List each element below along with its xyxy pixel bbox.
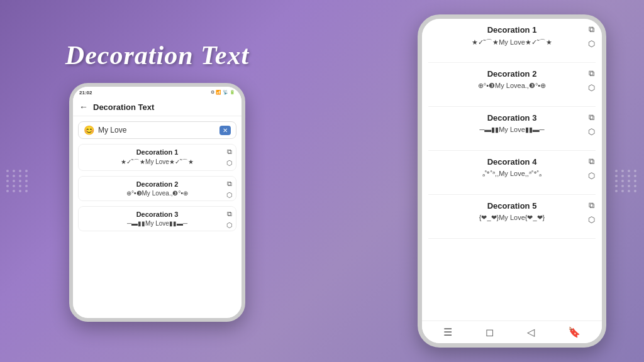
back-button[interactable]: ← [79,102,88,112]
status-time: 21:02 [79,90,92,96]
home-nav-button[interactable]: ◻ [486,326,494,338]
left-section: Decoration Text 21:02 ⚙ 📶 📡 🔋 ← Decorati… [25,40,289,322]
item-title: Decoration 2 [428,69,596,79]
list-item: Decoration 2 ⊕°•❸My Lovea.,❸°•⊕ ⧉ ⬡ [428,63,596,107]
list-item: Decoration 1 ★✓˜⌒★My Love★✓˜⌒★ ⧉ ⬡ [78,144,236,171]
copy-button[interactable]: ⧉ [226,209,233,219]
share-button[interactable]: ⬡ [226,190,233,200]
item-actions: ⧉ ⬡ [587,24,596,49]
list-item: Decoration 3 ─▬▮▮My Love▮▮▬─ ⧉ ⬡ [78,206,236,231]
left-phone-mockup: 21:02 ⚙ 📶 📡 🔋 ← Decoration Text 😊 My Lov… [69,83,245,322]
item-actions: ⧉ ⬡ [587,68,596,93]
item-actions: ⧉ ⬡ [587,200,596,225]
list-item: Decoration 5 {❤_❤}My Love{❤_❤} ⧉ ⬡ [428,195,596,239]
status-icons: ⚙ 📶 📡 🔋 [211,90,235,95]
item-text: ⊕°•❸My Lovea.,❸°•⊕ [84,190,231,197]
menu-nav-button[interactable]: ☰ [443,326,452,338]
share-button[interactable]: ⬡ [587,126,596,137]
item-title: Decoration 2 [84,180,231,188]
share-button[interactable]: ⬡ [587,170,596,181]
item-actions: ⧉ ⬡ [587,156,596,181]
item-text: {❤_❤}My Love{❤_❤} [428,214,596,222]
emoji-icon: 😊 [84,125,94,135]
item-actions: ⧉ ⬡ [587,112,596,137]
clear-button[interactable]: ✕ [219,126,231,135]
item-text: ⊕°•❸My Lovea.,❸°•⊕ [428,82,596,90]
share-button[interactable]: ⬡ [587,38,596,49]
item-title: Decoration 3 [84,211,231,218]
decorative-dots-left [6,170,29,192]
item-title: Decoration 5 [428,201,596,211]
copy-button[interactable]: ⧉ [587,200,596,211]
share-button[interactable]: ⬡ [226,158,233,168]
item-title: Decoration 1 [84,148,231,156]
app-header: ← Decoration Text [73,98,242,116]
navigation-bar: ☰ ◻ ◁ 🔖 [422,321,602,343]
decoration-list: Decoration 1 ★✓˜⌒★My Love★✓˜⌒★ ⧉ ⬡ Decor… [73,144,242,318]
copy-button[interactable]: ⧉ [226,147,233,156]
item-title: Decoration 1 [428,25,596,35]
list-item: Decoration 3 ─▬▮▮My Love▮▮▬─ ⧉ ⬡ [428,107,596,151]
item-text: ★✓˜⌒★My Love★✓˜⌒★ [84,158,231,167]
copy-button[interactable]: ⧉ [226,179,233,189]
status-bar: 21:02 ⚙ 📶 📡 🔋 [73,87,242,98]
item-text: ★✓˜⌒★My Love★✓˜⌒★ [428,38,596,47]
share-button[interactable]: ⬡ [587,82,596,93]
item-text: ─▬▮▮My Love▮▮▬─ [428,126,596,134]
list-item: Decoration 1 ★✓˜⌒★My Love★✓˜⌒★ ⧉ ⬡ [428,19,596,63]
list-item: Decoration 4 ₐ˚ᵒ˚ᵃ,,My Love,,ᵃ˚ᵒ˚ₐ ⧉ ⬡ [428,151,596,195]
share-button[interactable]: ⬡ [587,214,596,225]
right-decoration-list: Decoration 1 ★✓˜⌒★My Love★✓˜⌒★ ⧉ ⬡ Decor… [422,19,602,321]
right-phone-mockup: Decoration 1 ★✓˜⌒★My Love★✓˜⌒★ ⧉ ⬡ Decor… [418,14,606,348]
search-input-value[interactable]: My Love [98,126,216,134]
copy-button[interactable]: ⧉ [587,156,596,167]
bookmark-nav-button[interactable]: 🔖 [568,326,580,338]
item-actions: ⧉ ⬡ [226,179,233,200]
app-title: Decoration Text [65,40,249,70]
decorative-dots-right [615,170,638,192]
item-text: ₐ˚ᵒ˚ᵃ,,My Love,,ᵃ˚ᵒ˚ₐ [428,170,596,178]
item-actions: ⧉ ⬡ [226,209,233,230]
item-title: Decoration 4 [428,157,596,167]
back-nav-button[interactable]: ◁ [527,326,535,338]
search-bar: 😊 My Love ✕ [78,121,236,139]
signal-icons: ⚙ 📶 📡 🔋 [211,90,235,95]
copy-button[interactable]: ⧉ [587,68,596,79]
item-actions: ⧉ ⬡ [226,147,233,168]
copy-button[interactable]: ⧉ [587,24,596,35]
item-text: ─▬▮▮My Love▮▮▬─ [84,220,231,227]
right-section: Decoration 1 ★✓˜⌒★My Love★✓˜⌒★ ⧉ ⬡ Decor… [405,14,619,348]
copy-button[interactable]: ⧉ [587,112,596,123]
share-button[interactable]: ⬡ [226,221,233,230]
app-header-title: Decoration Text [93,102,154,112]
list-item: Decoration 2 ⊕°•❸My Lovea.,❸°•⊕ ⧉ ⬡ [78,176,236,201]
item-title: Decoration 3 [428,113,596,123]
